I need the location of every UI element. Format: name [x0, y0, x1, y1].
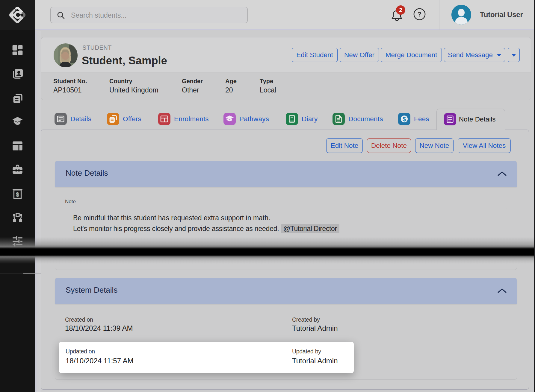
svg-text:?: ? — [418, 10, 421, 18]
svg-text:$: $ — [403, 116, 406, 122]
svg-text:$: $ — [16, 191, 19, 198]
